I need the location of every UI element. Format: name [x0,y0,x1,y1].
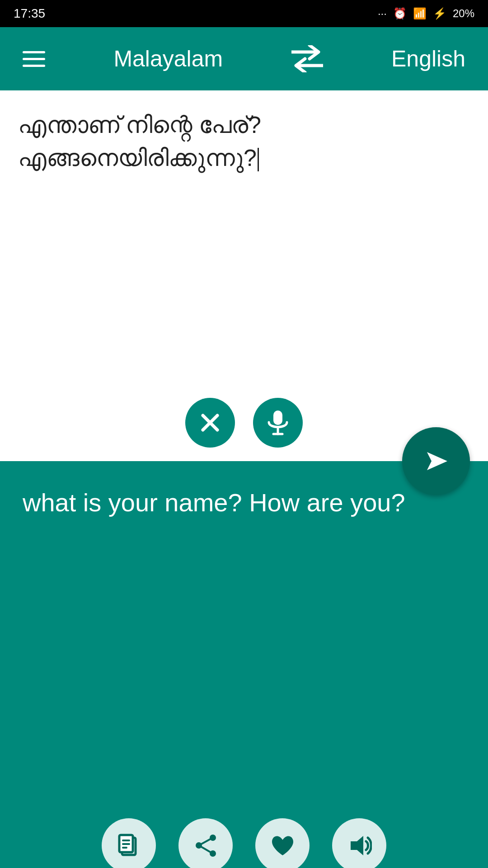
swap-languages-button[interactable] [291,45,323,72]
alarm-icon: ⏰ [393,7,407,20]
svg-marker-5 [427,452,447,470]
swap-icon [291,45,323,72]
text-cursor [258,148,259,171]
share-icon [193,833,218,858]
toolbar: Malayalam English [0,27,488,90]
menu-button[interactable] [23,51,45,67]
target-language[interactable]: English [391,46,465,72]
heart-icon [270,834,295,857]
svg-line-14 [199,838,213,845]
microphone-button[interactable] [253,398,303,448]
input-panel: എന്താണ് നിന്റെ പേര്? എങ്ങനെയിരിക്കുന്നു? [0,90,488,461]
dots-icon: ··· [378,7,387,20]
send-button[interactable] [402,427,470,495]
send-icon [422,448,450,475]
output-panel: what is your name? How are you? [0,461,488,868]
svg-line-15 [199,845,213,854]
battery-icon: ⚡ [433,7,446,20]
microphone-icon [267,410,289,435]
source-text[interactable]: എന്താണ് നിന്റെ പേര്? എങ്ങനെയിരിക്കുന്നു? [18,108,470,175]
copy-button[interactable] [102,818,156,868]
svg-rect-2 [273,410,282,425]
status-icons: ··· ⏰ 📶 ⚡ 20% [378,7,474,20]
copy-icon [117,833,140,858]
source-language[interactable]: Malayalam [113,46,223,72]
clear-button[interactable] [185,398,235,448]
sim-icon: 📶 [413,7,427,20]
share-button[interactable] [178,818,233,868]
input-action-buttons [185,398,303,448]
speaker-icon [347,833,372,858]
status-bar: 17:35 ··· ⏰ 📶 ⚡ 20% [0,0,488,27]
battery-percent: 20% [453,7,474,20]
close-icon [199,412,221,434]
svg-marker-16 [351,836,363,855]
status-time: 17:35 [14,6,45,21]
translated-text: what is your name? How are you? [23,484,465,522]
favorite-button[interactable] [255,818,310,868]
speaker-button[interactable] [332,818,386,868]
output-action-buttons [102,818,386,868]
